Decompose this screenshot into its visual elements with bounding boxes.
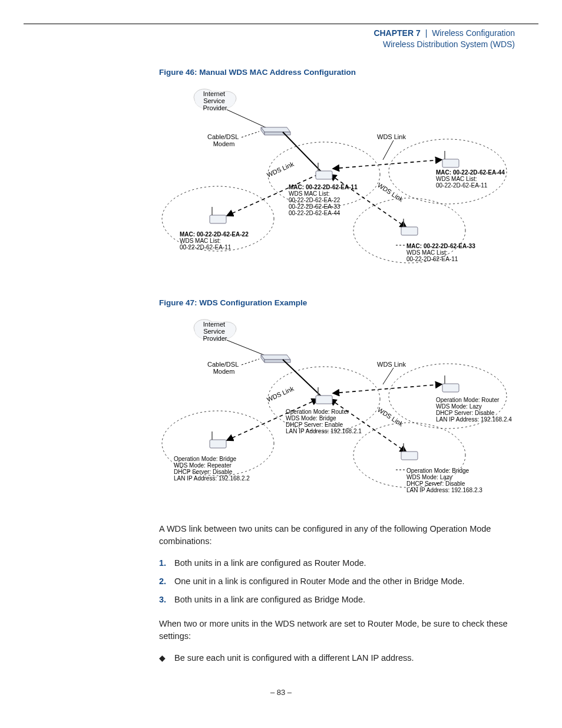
list-item: 1. Both units in a link are configured a…: [159, 557, 521, 569]
f46-center-l1: 00-22-2D-62-EA-22: [289, 197, 340, 203]
bullet-text: Be sure each unit is configured with a d…: [174, 652, 414, 664]
list-number: 2.: [159, 575, 174, 588]
list-number: 3.: [159, 594, 174, 606]
chapter-title: Wireless Configuration: [432, 28, 515, 38]
svg-text:MAC: 00-22-2D-62-EA-33
      W: MAC: 00-22-2D-62-EA-33 WDS MAC List: 00-…: [406, 243, 477, 262]
f47-center-l3: DHCP Server: Enable: [286, 421, 343, 428]
f46-center-l3: 00-22-2D-62-EA-44: [289, 210, 340, 216]
svg-text:Cable/DSL
      Modem: Cable/DSL Modem: [207, 133, 240, 147]
f46-rb-mac: MAC: 00-22-2D-62-EA-33: [406, 243, 475, 249]
svg-text:WDS Link: WDS Link: [376, 406, 405, 427]
f47-rt-l2: WDS Mode: Lazy: [436, 403, 482, 410]
svg-line-11: [227, 110, 268, 129]
header-rule: [24, 24, 538, 24]
svg-text:WDS Link: WDS Link: [377, 361, 406, 368]
svg-text:MAC: 00-22-2D-62-EA-11
      W: MAC: 00-22-2D-62-EA-11 WDS MAC List: 00-…: [289, 184, 359, 216]
numbered-list: 1. Both units in a link are configured a…: [159, 557, 521, 606]
svg-text:Internet
      Service
      P: Internet Service Provider: [203, 321, 227, 342]
wds-link-label: WDS Link: [377, 133, 406, 140]
svg-text:Operation Mode: Router
      W: Operation Mode: Router WDS Mode: Lazy DH…: [436, 397, 512, 423]
svg-text:WDS Link: WDS Link: [376, 181, 405, 203]
list-item: 3. Both units in a link are configured a…: [159, 594, 521, 606]
paragraph-2: When two or more units in the WDS networ…: [159, 618, 521, 643]
figure-47-caption: Figure 47: WDS Configuration Example: [159, 298, 521, 307]
f47-rt-l3: DHCP Server: Disable: [436, 410, 495, 416]
f46-rb-l1: 00-22-2D-62-EA-11: [406, 256, 458, 262]
f46-modem-l2: Modem: [213, 140, 235, 147]
svg-text:Cable/DSL
      Modem: Cable/DSL Modem: [207, 361, 240, 375]
f47-left-l2: WDS Mode: Repeater: [174, 462, 232, 469]
list-item: 2. One unit in a link is configured in R…: [159, 575, 521, 588]
figure-46-diagram: Internet Service Provider Cable/DSL Mode…: [159, 80, 513, 281]
f47-left-l3: DHCP Server: Disable: [174, 469, 233, 475]
svg-line-33: [242, 359, 259, 365]
svg-text:WDS Link: WDS Link: [266, 385, 295, 403]
svg-line-20: [383, 140, 394, 160]
figure-46-caption: Figure 46: Manual WDS MAC Address Config…: [159, 68, 521, 77]
chapter-separator: |: [425, 28, 428, 38]
f46-left-listlabel: WDS MAC List:: [180, 238, 220, 244]
f47-center-l4: LAN IP Address: 192.168.2.1: [286, 428, 362, 434]
svg-text:MAC: 00-22-2D-62-EA-22
      W: MAC: 00-22-2D-62-EA-22 WDS MAC List: 00-…: [180, 231, 250, 251]
section-title: Wireless Distribution System (WDS): [0, 39, 515, 50]
figure-47-diagram: Internet Service Provider Cable/DSL Mode…: [159, 311, 513, 505]
svg-text:Operation Mode: Bridge
      W: Operation Mode: Bridge WDS Mode: Repeate…: [174, 456, 250, 482]
f46-left-mac: MAC: 00-22-2D-62-EA-22: [180, 231, 249, 238]
f46-rt-l1: 00-22-2D-62-EA-11: [436, 182, 488, 189]
f46-rb-listlabel: WDS MAC List:: [406, 249, 447, 256]
diamond-bullet-icon: ◆: [159, 652, 174, 664]
f46-center-mac: MAC: 00-22-2D-62-EA-11: [289, 184, 358, 190]
f47-modem-l2: Modem: [213, 368, 235, 375]
svg-text:MAC: 00-22-2D-62-EA-44
      W: MAC: 00-22-2D-62-EA-44 WDS MAC List: 00-…: [436, 169, 506, 189]
svg-line-37: [333, 384, 442, 393]
f47-rt-l4: LAN IP Address: 192.168.2.4: [436, 416, 512, 423]
svg-line-17: [333, 160, 442, 169]
f47-center-l2: WDS Mode: Bridge: [286, 415, 336, 421]
svg-text:Internet
      Service
      P: Internet Service Provider: [203, 90, 227, 111]
list-text: One unit in a link is configured in Rout…: [174, 575, 464, 588]
f47-left-l4: LAN IP Address: 192.168.2.2: [174, 475, 250, 482]
f46-left-l1: 00-22-2D-62-EA-11: [180, 244, 232, 251]
f47-rt-l1: Operation Mode: Router: [436, 397, 500, 403]
svg-line-41: [383, 368, 394, 384]
svg-text:Operation Mode: Bridge
      W: Operation Mode: Bridge WDS Mode: Lazy DH…: [406, 467, 482, 493]
f46-rt-mac: MAC: 00-22-2D-62-EA-44: [436, 169, 505, 176]
f47-center-l1: Operation Mode: Router: [286, 409, 349, 415]
f46-center-listlabel: WDS MAC List:: [289, 190, 329, 197]
f47-modem-l1: Cable/DSL: [207, 361, 239, 368]
f46-modem-l1: Cable/DSL: [207, 133, 239, 140]
list-item: ◆ Be sure each unit is configured with a…: [159, 652, 521, 664]
f47-rb-l3: DHCP Server: Disable: [406, 480, 465, 487]
paragraph-1: A WDS link between two units can be conf…: [159, 523, 521, 548]
f47-left-l1: Operation Mode: Bridge: [174, 456, 237, 462]
bullet-list: ◆ Be sure each unit is configured with a…: [159, 652, 521, 664]
svg-text:Operation Mode: Router
      W: Operation Mode: Router WDS Mode: Bridge …: [286, 409, 362, 434]
f47-rb-l1: Operation Mode: Bridge: [406, 467, 470, 474]
list-text: Both units in a link are configured as R…: [174, 557, 366, 569]
f46-center-l2: 00-22-2D-62-EA-33: [289, 203, 340, 210]
f47-rb-l2: WDS Mode: Lazy: [406, 474, 452, 480]
f47-rb-l4: LAN IP Address: 192.168.2.3: [406, 487, 482, 493]
svg-line-13: [242, 131, 259, 137]
page-number: – 83 –: [0, 688, 562, 697]
chapter-label: Chapter 7: [373, 28, 420, 38]
page-header: Chapter 7 | Wireless Configuration Wirel…: [0, 28, 515, 50]
svg-line-31: [227, 340, 268, 357]
f46-rt-listlabel: WDS MAC List:: [436, 176, 477, 182]
svg-text:WDS Link: WDS Link: [266, 160, 295, 179]
body-text: A WDS link between two units can be conf…: [159, 523, 521, 664]
list-number: 1.: [159, 557, 174, 569]
list-text: Both units in a link are configured as B…: [174, 594, 365, 606]
